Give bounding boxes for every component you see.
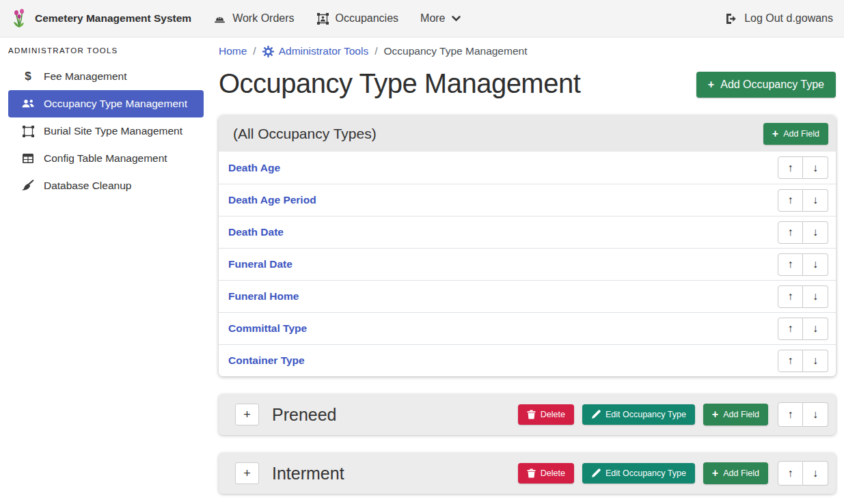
move-down-button[interactable]: ↓ [803, 402, 828, 427]
trash-icon [527, 468, 536, 478]
hard-hat-icon [213, 12, 226, 25]
move-up-button[interactable]: ↑ [778, 156, 803, 179]
field-row: Death Age ↑ ↓ [219, 152, 836, 184]
nav-item-occupancies[interactable]: Occupancies [316, 12, 399, 25]
add-field-button[interactable]: + Add Field [703, 404, 768, 425]
logout-label: Log Out d.gowans [744, 12, 833, 25]
nav-item-more[interactable]: More [420, 12, 460, 25]
breadcrumb-separator: / [253, 45, 256, 57]
broom-icon [21, 180, 36, 192]
arrow-down-icon: ↓ [813, 354, 818, 367]
move-down-button[interactable]: ↓ [803, 253, 828, 276]
occupancy-section-bar: + Interment Delete Edit Occupancy Type + [219, 453, 836, 494]
delete-button-label: Delete [541, 468, 565, 478]
field-link[interactable]: Funeral Home [228, 290, 299, 303]
page-shell: ADMINISTRATOR TOOLS $ Fee Management Occ… [0, 38, 844, 504]
dollar-icon: $ [21, 70, 36, 83]
delete-button-label: Delete [541, 410, 565, 419]
delete-button[interactable]: Delete [518, 404, 574, 425]
move-up-button[interactable]: ↑ [778, 350, 803, 372]
breadcrumb-separator: / [375, 45, 377, 57]
move-down-button[interactable]: ↓ [803, 350, 828, 372]
field-rows: Death Age ↑ ↓ Death Age Period ↑ ↓ Death… [219, 152, 836, 376]
sidebar-item-config-table-management[interactable]: Config Table Management [8, 145, 204, 172]
reorder-controls: ↑ ↓ [778, 461, 828, 486]
reorder-controls: ↑ ↓ [778, 253, 828, 276]
expand-button[interactable]: + [235, 462, 259, 484]
plus-icon: + [772, 128, 778, 139]
move-down-button[interactable]: ↓ [803, 156, 828, 179]
add-occupancy-type-button[interactable]: + Add Occupancy Type [696, 72, 836, 98]
reorder-controls: ↑ ↓ [778, 350, 828, 372]
field-link[interactable]: Funeral Date [228, 258, 292, 270]
field-row: Funeral Date ↑ ↓ [219, 248, 836, 280]
move-up-button[interactable]: ↑ [778, 461, 803, 486]
card-title: (All Occupancy Types) [233, 126, 377, 142]
gear-icon [262, 46, 274, 57]
field-link[interactable]: Death Age [228, 162, 280, 174]
pencil-icon [591, 410, 601, 419]
move-up-button[interactable]: ↑ [778, 318, 803, 340]
occupancy-section-bar: + Preneed Delete Edit Occupancy Type + [219, 394, 836, 435]
move-up-button[interactable]: ↑ [778, 253, 803, 276]
sidebar-item-database-cleanup[interactable]: Database Cleanup [8, 172, 204, 199]
arrow-down-icon: ↓ [813, 162, 818, 174]
field-link[interactable]: Committal Type [228, 322, 307, 335]
nav-item-work-orders[interactable]: Work Orders [213, 12, 294, 25]
nav-item-label: More [420, 12, 445, 25]
move-up-button[interactable]: ↑ [778, 285, 803, 308]
edit-occupancy-type-button[interactable]: Edit Occupancy Type [582, 463, 695, 484]
field-link[interactable]: Death Age Period [228, 194, 316, 206]
sidebar-item-burial-site-type-management[interactable]: Burial Site Type Management [8, 117, 204, 145]
reorder-controls: ↑ ↓ [778, 221, 828, 244]
move-up-button[interactable]: ↑ [778, 189, 803, 212]
field-row: Death Date ↑ ↓ [219, 216, 836, 248]
plus-icon: + [708, 79, 714, 90]
breadcrumb-home-label: Home [219, 45, 247, 57]
edit-occupancy-type-button[interactable]: Edit Occupancy Type [582, 404, 695, 425]
logout-button[interactable]: Log Out d.gowans [725, 12, 833, 25]
sidebar-item-occupancy-type-management[interactable]: Occupancy Type Management [8, 90, 204, 117]
add-field-button-label: Add Field [723, 468, 759, 478]
add-field-button[interactable]: + Add Field [703, 462, 768, 484]
logout-icon [725, 13, 738, 25]
app-title: Cemetery Management System [35, 12, 191, 25]
plus-icon: + [712, 409, 718, 420]
main-content: Home / [212, 38, 844, 504]
sidebar: ADMINISTRATOR TOOLS $ Fee Management Occ… [0, 38, 212, 504]
title-row: Occupancy Type Management + Add Occupanc… [219, 67, 836, 100]
field-link[interactable]: Container Type [228, 354, 305, 367]
app-brand[interactable]: Cemetery Management System [11, 8, 191, 29]
move-down-button[interactable]: ↓ [803, 318, 828, 340]
section-title: Interment [272, 464, 510, 484]
table-icon [21, 153, 36, 164]
move-down-button[interactable]: ↓ [803, 189, 828, 212]
sidebar-item-label: Config Table Management [44, 152, 167, 165]
page-title: Occupancy Type Management [219, 67, 580, 100]
move-down-button[interactable]: ↓ [803, 221, 828, 244]
sidebar-item-fee-management[interactable]: $ Fee Management [8, 63, 204, 90]
sidebar-item-label: Occupancy Type Management [44, 98, 187, 110]
tulip-logo-icon [11, 8, 29, 29]
pencil-icon [591, 468, 601, 478]
arrow-up-icon: ↑ [788, 290, 793, 303]
expand-button[interactable]: + [235, 404, 259, 425]
nav-item-label: Work Orders [232, 12, 294, 25]
move-up-button[interactable]: ↑ [778, 221, 803, 244]
sidebar-list: $ Fee Management Occupancy Type Manageme… [0, 63, 212, 199]
delete-button[interactable]: Delete [518, 463, 574, 484]
arrow-up-icon: ↑ [788, 467, 793, 479]
breadcrumb-admin-tools-link[interactable]: Administrator Tools [262, 45, 369, 57]
sidebar-item-label: Database Cleanup [44, 180, 131, 192]
field-link[interactable]: Death Date [228, 226, 284, 238]
add-field-button[interactable]: + Add Field [763, 123, 828, 145]
move-up-button[interactable]: ↑ [778, 402, 803, 427]
arrow-down-icon: ↓ [813, 290, 818, 303]
move-down-button[interactable]: ↓ [803, 461, 828, 486]
sidebar-heading: ADMINISTRATOR TOOLS [0, 42, 212, 56]
move-down-button[interactable]: ↓ [803, 285, 828, 308]
add-field-button-label: Add Field [723, 410, 759, 419]
top-navbar: Cemetery Management System Work Orders O… [0, 0, 844, 38]
reorder-controls: ↑ ↓ [778, 402, 828, 427]
breadcrumb-home-link[interactable]: Home [219, 45, 247, 57]
